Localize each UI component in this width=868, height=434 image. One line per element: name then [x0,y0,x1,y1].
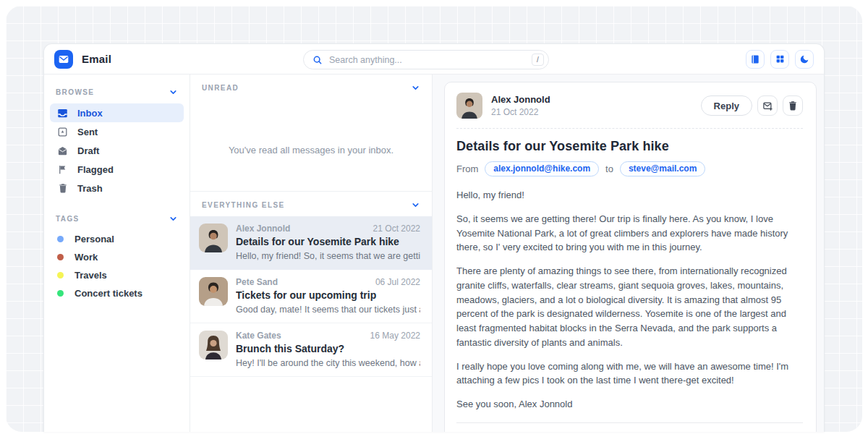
trash-icon [57,183,68,193]
envelope-plus-icon [762,101,773,111]
to-label: to [605,163,613,174]
message-header: Alex Jonnold 21 Oct 2022 Reply [456,93,803,119]
sidebar-item-label: Trash [77,183,103,194]
browse-section-header[interactable]: BROWSE [44,79,190,103]
browse-nav: Inbox Sent Draft [44,103,190,197]
email-preview: Hey! I'll be around the city this weeken… [236,358,420,368]
body-paragraph: See you soon, Alex Jonnold [456,397,803,412]
search-placeholder: Search anything... [329,55,532,65]
message-detail-panel: Alex Jonnold 21 Oct 2022 Reply [433,75,824,432]
message-body: Hello, my friend! So, it seems we are ge… [456,188,803,412]
unread-section: UNREAD You've read all messages in your … [190,75,432,192]
tag-item-travels[interactable]: Travels [50,266,184,284]
body-paragraph: I really hope you love coming along with… [456,359,803,388]
email-subject: Details for our Yosemite Park hike [236,236,420,247]
top-actions [746,50,814,69]
tag-label: Personal [75,234,114,244]
reply-button[interactable]: Reply [701,95,752,116]
divider [456,128,803,129]
app-title: Email [82,53,111,65]
body-paragraph: So, it seems we are getting there! Our t… [456,212,803,255]
dark-mode-moon-icon [799,54,809,64]
email-sender: Kate Gates [236,331,281,341]
sidebar-item-label: Draft [77,145,99,156]
sent-icon [57,127,68,137]
sidebar-item-trash[interactable]: Trash [50,179,184,197]
email-list-item[interactable]: Pete Sand 06 Jul 2022 Tickets for our up… [190,270,432,323]
unread-section-header[interactable]: UNREAD [190,75,432,99]
everything-else-label: EVERYTHING ELSE [202,201,285,209]
top-bar: Email Search anything... / [44,44,824,75]
flag-icon [57,164,68,175]
avatar [199,331,228,359]
tag-color-dot [57,254,64,260]
message-list-column: UNREAD You've read all messages in your … [190,75,433,432]
sidebar-item-label: Inbox [77,108,103,119]
tag-label: Travels [75,270,107,281]
chevron-down-icon[interactable] [411,83,420,93]
email-preview: Good day, mate! It seems that our ticket… [236,305,420,315]
to-email-chip[interactable]: steve@mail.com [620,161,705,176]
trash-icon [788,101,798,111]
from-to-row: From alex.jonnold@hike.com to steve@mail… [456,161,803,176]
inbox-icon [57,108,68,119]
tag-item-work[interactable]: Work [50,248,184,266]
tags-list: Personal Work Travels Concert tickets [44,230,190,302]
email-subject: Brunch this Saturday? [236,343,420,354]
body-paragraph: Hello, my friend! [456,188,803,203]
reader-button[interactable] [746,50,765,69]
tag-label: Concert tickets [75,288,142,299]
tag-label: Work [75,252,98,263]
tag-item-personal[interactable]: Personal [50,230,184,248]
tag-color-dot [57,272,64,278]
from-label: From [456,163,478,174]
search-shortcut-key: / [532,54,544,66]
sidebar-item-sent[interactable]: Sent [50,122,184,141]
chevron-down-icon[interactable] [411,200,420,210]
apps-button[interactable] [770,50,789,69]
sidebar: BROWSE Inbox Sent [44,75,190,432]
email-sender: Alex Jonnold [236,224,290,234]
avatar [456,93,482,119]
email-date: 21 Oct 2022 [373,224,420,234]
email-date: 16 May 2022 [370,331,420,341]
unread-label: UNREAD [202,84,239,92]
dark-mode-button[interactable] [795,50,814,69]
email-list-item[interactable]: Alex Jonnold 21 Oct 2022 Details for our… [190,216,432,270]
envelope-logo-icon [58,54,69,65]
tags-label: TAGS [56,215,80,223]
email-date: 06 Jul 2022 [375,277,420,287]
browse-label: BROWSE [56,88,94,96]
avatar [199,224,228,252]
everything-else-section-header[interactable]: EVERYTHING ELSE [190,192,432,216]
chevron-down-icon[interactable] [169,214,178,224]
from-email-chip[interactable]: alex.jonnold@hike.com [485,161,599,176]
unread-empty-message: You've read all messages in your inbox. [190,99,432,191]
search-input[interactable]: Search anything... / [303,50,549,69]
message-card: Alex Jonnold 21 Oct 2022 Reply [444,82,817,432]
avatar [199,277,228,306]
tag-item-concert-tickets[interactable]: Concert tickets [50,284,184,302]
sidebar-item-flagged[interactable]: Flagged [50,160,184,179]
delete-button[interactable] [783,95,803,116]
apps-grid-icon [775,54,785,64]
message-actions: Reply [701,95,803,116]
email-list-item[interactable]: Kate Gates 16 May 2022 Brunch this Satur… [190,323,432,377]
email-app-window: Email Search anything... / [43,43,825,432]
detail-sender-name: Alex Jonnold [491,94,550,105]
draft-icon [57,145,68,156]
search-icon [312,55,323,65]
body-paragraph: There are plenty of amazing things to se… [456,264,803,350]
sidebar-item-label: Sent [77,127,98,137]
tag-color-dot [57,236,64,242]
tags-section-header[interactable]: TAGS [44,205,190,230]
sidebar-item-draft[interactable]: Draft [50,141,184,160]
chevron-down-icon[interactable] [169,88,178,97]
detail-subject: Details for our Yosemite Park hike [456,139,803,154]
email-sender: Pete Sand [236,277,278,287]
sidebar-item-inbox[interactable]: Inbox [50,103,184,122]
forward-button[interactable] [757,95,778,116]
tag-color-dot [57,290,64,297]
sidebar-item-label: Flagged [77,164,114,175]
detail-date: 21 Oct 2022 [491,107,550,117]
